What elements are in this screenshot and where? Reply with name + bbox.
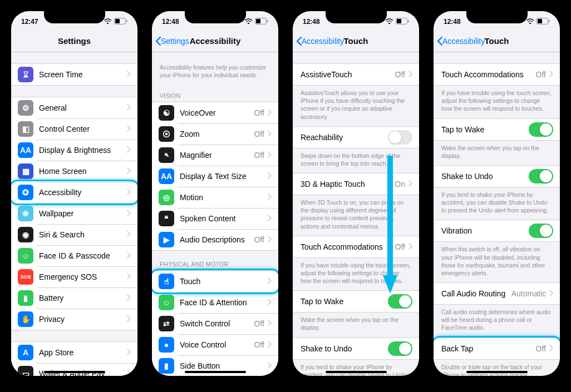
- row-label: Switch Control: [180, 319, 251, 328]
- settings-group: AssistiveTouchOff: [293, 63, 419, 86]
- toggle-switch[interactable]: [388, 294, 412, 309]
- settings-row[interactable]: ❝Spoken Content: [152, 208, 278, 229]
- battery-icon: [255, 18, 268, 26]
- back-button[interactable]: Settings: [155, 36, 189, 46]
- settings-row[interactable]: AssistiveTouchOff: [293, 64, 419, 85]
- control-center-icon: ◧: [18, 121, 33, 137]
- row-label: Face ID & Attention: [180, 298, 264, 307]
- settings-row[interactable]: Reachability: [293, 127, 419, 148]
- row-label: Display & Brightness: [39, 146, 124, 155]
- chevron-right-icon: [264, 235, 272, 245]
- settings-row[interactable]: ☯︎VoiceOverOff: [152, 102, 278, 123]
- settings-row[interactable]: ❀Wallpaper: [11, 203, 137, 224]
- home-indicator[interactable]: [326, 371, 387, 373]
- spoken-icon: ❝: [159, 211, 174, 226]
- settings-row[interactable]: ◎Motion: [152, 187, 278, 208]
- settings-row[interactable]: Shake to Undo: [434, 166, 560, 187]
- settings-row[interactable]: ◉Siri & Search: [11, 224, 137, 245]
- home-indicator[interactable]: [466, 371, 528, 373]
- settings-row[interactable]: Tap to Wake: [434, 119, 560, 140]
- settings-group: Vibration: [434, 220, 560, 242]
- settings-group: Reachability: [293, 126, 419, 148]
- settings-row[interactable]: ☺︎Face ID & Attention: [152, 292, 278, 313]
- settings-row[interactable]: ☝︎Touch: [152, 271, 278, 292]
- settings-row[interactable]: Touch AccommodationsOff: [434, 64, 560, 85]
- section-footer: If you have trouble using the touch scre…: [293, 258, 419, 291]
- section-footer: If you tend to shake your iPhone by acci…: [434, 187, 560, 220]
- settings-row[interactable]: Vibration: [434, 220, 560, 241]
- settings-row[interactable]: 3D & Haptic TouchOn: [293, 173, 419, 195]
- settings-row[interactable]: ▮Battery: [11, 287, 137, 309]
- faceid-attention-icon: ☺︎: [159, 295, 174, 310]
- settings-row[interactable]: AADisplay & Brightness: [11, 140, 137, 161]
- row-value: Off: [254, 130, 264, 138]
- nav-title: Settings: [58, 36, 91, 46]
- settings-row[interactable]: ✪Accessibility: [11, 182, 137, 203]
- settings-row[interactable]: ▶Audio DescriptionsOff: [152, 229, 278, 250]
- privacy-icon: ✋: [18, 311, 33, 327]
- nav-title: Touch: [485, 36, 509, 46]
- section-footer: Wake the screen when you tap on the disp…: [293, 312, 419, 337]
- settings-row[interactable]: Touch AccommodationsOff: [293, 236, 419, 257]
- back-button[interactable]: Accessibility: [296, 36, 344, 46]
- row-value: Off: [395, 242, 405, 251]
- row-label: Screen Time: [39, 70, 124, 79]
- toggle-switch[interactable]: [529, 169, 553, 183]
- settings-row[interactable]: ☺︎Face ID & Passcode: [11, 245, 137, 266]
- row-label: Zoom: [180, 130, 251, 138]
- section-footer: Wake the screen when you tap on the disp…: [434, 141, 560, 165]
- settings-row[interactable]: ▦Home Screen: [11, 161, 137, 182]
- settings-row[interactable]: Call Audio RoutingAutomatic: [434, 283, 560, 304]
- settings-row[interactable]: ⇄Switch ControlOff: [152, 313, 278, 334]
- chevron-right-icon: [264, 276, 272, 286]
- content-scroll[interactable]: Accessibility features help you customiz…: [152, 52, 278, 376]
- chevron-right-icon: [124, 124, 131, 134]
- row-value: Off: [395, 70, 405, 79]
- chevron-right-icon: [546, 344, 553, 354]
- chevron-right-icon: [405, 242, 412, 252]
- settings-row[interactable]: ✋Privacy: [11, 309, 137, 330]
- toggle-switch[interactable]: [529, 122, 553, 137]
- content-scroll[interactable]: Touch AccommodationsOffIf you have troub…: [434, 52, 560, 376]
- settings-row[interactable]: SOSEmergency SOS: [11, 266, 137, 287]
- settings-row[interactable]: Shake to Undo: [293, 338, 419, 359]
- settings-row[interactable]: AADisplay & Text Size: [152, 166, 278, 187]
- home-indicator[interactable]: [44, 371, 105, 373]
- settings-row[interactable]: ⌛︎Screen Time: [11, 64, 137, 85]
- row-label: Reachability: [301, 133, 388, 142]
- settings-row[interactable]: ⚙︎General: [11, 97, 137, 118]
- settings-row[interactable]: ●Voice ControlOff: [152, 334, 278, 355]
- phone-frame: 12:48AccessibilityTouchAssistiveTouchOff…: [287, 6, 425, 381]
- back-button[interactable]: Accessibility: [437, 36, 485, 46]
- battery-icon: [536, 18, 550, 26]
- settings-row[interactable]: Tap to Wake: [293, 291, 419, 312]
- accessibility-icon: ✪: [18, 185, 33, 200]
- row-label: Emergency SOS: [39, 272, 124, 281]
- status-icons: [104, 18, 127, 26]
- toggle-switch[interactable]: [388, 130, 412, 145]
- toggle-switch[interactable]: [388, 341, 412, 356]
- row-label: Control Center: [39, 125, 124, 133]
- row-label: Tap to Wake: [441, 125, 529, 134]
- content-scroll[interactable]: ⌛︎Screen Time⚙︎General◧Control CenterAAD…: [11, 52, 137, 376]
- settings-group: Tap to Wake: [434, 118, 560, 141]
- status-time: 12:48: [444, 18, 461, 26]
- chevron-right-icon: [264, 340, 272, 350]
- settings-row[interactable]: Back TapOff: [434, 338, 560, 359]
- settings-row[interactable]: ◧Control Center: [11, 118, 137, 140]
- svg-rect-7: [397, 19, 401, 23]
- svg-rect-4: [256, 19, 260, 23]
- textsize-icon: AA: [159, 168, 174, 184]
- row-value: On: [395, 180, 405, 188]
- toggle-switch[interactable]: [529, 224, 553, 238]
- notch: [185, 11, 246, 23]
- settings-row[interactable]: ▭Wallet & Apple Pay: [11, 363, 137, 376]
- faceid-icon: ☺︎: [18, 248, 33, 264]
- chevron-right-icon: [124, 209, 131, 219]
- content-scroll[interactable]: AssistiveTouchOffAssistiveTouch allows y…: [293, 52, 419, 376]
- chevron-right-icon: [124, 293, 131, 303]
- settings-row[interactable]: 🔍︎MagnifierOff: [152, 145, 278, 166]
- settings-row[interactable]: ⦿ZoomOff: [152, 123, 278, 145]
- home-indicator[interactable]: [185, 371, 246, 373]
- settings-row[interactable]: AApp Store: [11, 342, 137, 363]
